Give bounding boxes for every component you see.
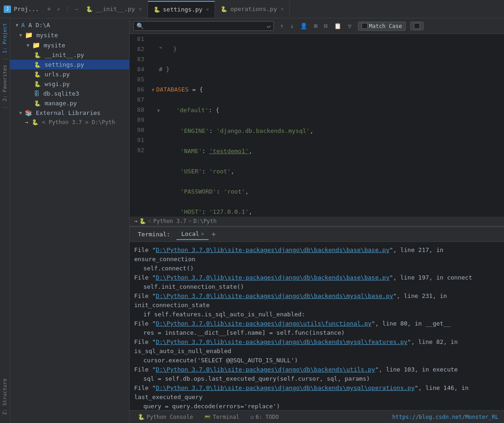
app-icon: J (4, 6, 11, 13)
new-terminal-btn[interactable]: + (211, 230, 216, 239)
term-line-6: if self.features.is_sql_auto_is_null_ena… (134, 310, 499, 319)
tab-settings-close[interactable]: ✕ (206, 6, 210, 12)
search-input[interactable] (146, 23, 265, 29)
terminal-btn[interactable]: 📟 Terminal (201, 413, 242, 421)
bc-sep2: > (188, 218, 192, 224)
target-icon[interactable]: ⊙ (45, 6, 53, 13)
strip-project[interactable]: 1: Project (1, 21, 9, 55)
title-bar-left: J Proj... ⊙ ↗ ⋮ — (4, 6, 80, 13)
manage-label: manage.py (45, 100, 77, 107)
sidebar-item-manage[interactable]: 🐍 manage.py (10, 98, 129, 108)
sidebar-mysite-outer[interactable]: ▼ 📁 mysite (10, 30, 129, 40)
sidebar-external-libs[interactable]: ▼ 📚 External Libraries (10, 108, 129, 118)
ln-84: 84 (130, 64, 144, 74)
sidebar-item-db[interactable]: 🗄 db.sqlite3 (10, 89, 129, 98)
ln-91: 91 (130, 135, 144, 145)
tab-operations-close[interactable]: ✕ (281, 6, 284, 12)
tab-init[interactable]: 🐍 __init__.py ✕ (80, 1, 148, 17)
bc-py-icon: 🐍 (139, 218, 146, 224)
term-line-11: File "D:\Python 3.7.0\lib\site-packages\… (134, 365, 499, 374)
funnel-icon[interactable]: ▽ (346, 22, 353, 30)
bc-sep1: < (148, 218, 151, 224)
sidebar-item-urls[interactable]: 🐍 urls.py (10, 69, 129, 79)
ext-libs-arrow: ▼ (19, 110, 22, 115)
tab-operations[interactable]: 🐍 operations.py ✕ (215, 1, 289, 17)
local-close[interactable]: ✕ (201, 231, 204, 237)
breadcrumb-bar: → 🐍 < Python 3.7 > D:\Pyth (130, 217, 504, 226)
clipboard-btn[interactable]: 📋 (332, 22, 343, 30)
term-line-9: File "D:\Python 3.7.0\lib\site-packages\… (134, 337, 499, 356)
title-bar: J Proj... ⊙ ↗ ⋮ — 🐍 __init__.py ✕ 🐍 sett… (0, 0, 504, 18)
strip-divider2 (2, 107, 8, 108)
enter-icon: ↵ (267, 23, 271, 29)
sidebar: ▼ A A D:\A ▼ 📁 mysite ▼ 📁 mysite (10, 18, 130, 423)
strip-structure[interactable]: Z: Structure (1, 377, 9, 417)
left-strip: 1: Project 2: Favorites Z: Structure (0, 18, 10, 423)
tab-operations-label: operations.py (230, 6, 277, 12)
minimize-icon[interactable]: — (73, 6, 80, 13)
ext-libs-label: External Libraries (36, 109, 101, 116)
add-filter-btn[interactable]: ⊞ (312, 22, 319, 30)
code-editor: 81 82 83 84 85 86 87 88 89 90 91 92 " } … (130, 34, 504, 217)
tab-init-close[interactable]: ✕ (139, 6, 142, 12)
term-line-5: File "D:\Python 3.7.0\lib\site-packages\… (134, 292, 499, 310)
code-line-87: 'USER': 'root', (152, 166, 504, 177)
sidebar-mysite-inner[interactable]: ▼ 📁 mysite (10, 40, 129, 50)
term-line-12: sql = self.db.ops.last_executed_query(se… (134, 374, 499, 383)
mysite-outer-arrow: ▼ (19, 33, 22, 38)
ln-90: 90 (130, 125, 144, 135)
word-match-button[interactable] (410, 22, 424, 30)
todo-icon: ☑ (250, 414, 254, 420)
urls-label: urls.py (45, 71, 70, 78)
sidebar-item-init[interactable]: 🐍 __init__.py (10, 50, 129, 60)
term-link-2[interactable]: D:\Python 3.7.0\lib\site-packages\django… (156, 274, 390, 281)
remove-filter-btn[interactable]: ⊟ (322, 22, 329, 30)
term-line-1: File "D:\Python 3.7.0\lib\site-packages\… (134, 246, 499, 264)
strip-favorites[interactable]: 2: Favorites (1, 63, 9, 103)
code-line-88: 'PASSWORD': 'root', (152, 187, 504, 197)
term-link-7[interactable]: D:\Python 3.7.0\lib\site-packages\django… (156, 384, 415, 391)
term-line-3: File "D:\Python 3.7.0\lib\site-packages\… (134, 273, 499, 282)
word-match-checkbox[interactable] (414, 23, 420, 29)
term-link-6[interactable]: D:\Python 3.7.0\lib\site-packages\django… (156, 366, 375, 373)
match-case-button[interactable]: Match Case (358, 22, 406, 31)
match-case-checkbox[interactable] (362, 23, 368, 29)
python-console-btn[interactable]: 🐍 Python Console (135, 413, 196, 421)
up-arrow-btn[interactable]: ↑ (278, 22, 286, 30)
tab-settings[interactable]: 🐍 settings.py ✕ (148, 1, 215, 17)
search-input-wrap[interactable]: 🔍 ↵ (133, 21, 274, 31)
down-arrow-btn[interactable]: ↓ (289, 22, 296, 30)
terminal-content: File "D:\Python 3.7.0\lib\site-packages\… (130, 242, 504, 410)
term-link-1[interactable]: D:\Python 3.7.0\lib\site-packages\django… (156, 246, 390, 253)
code-line-85: 'ENGINE': 'django.db.backends.mysql', (152, 126, 504, 136)
status-right: https://blog.csdn.net/Monster_RL (392, 414, 498, 420)
user-btn[interactable]: 👤 (298, 22, 309, 30)
sidebar-item-settings[interactable]: 🐍 settings.py (10, 60, 129, 69)
term-link-4[interactable]: D:\Python 3.7.0\lib\site-packages\django… (156, 320, 372, 327)
sidebar-item-wsgi[interactable]: 🐍 wsgi.py (10, 79, 129, 89)
ln-82: 82 (130, 44, 144, 54)
title-bar-project: Proj... (14, 6, 39, 12)
ln-87: 87 (130, 95, 144, 105)
code-line-86: 'NAME': 'testdemo1', (152, 146, 504, 156)
expand-icon[interactable]: ↗ (55, 6, 62, 13)
term-link-3[interactable]: D:\Python 3.7.0\lib\site-packages\django… (156, 292, 393, 299)
sidebar-python-bc[interactable]: → 🐍 < Python 3.7 > D:\Pyth (10, 118, 129, 127)
root-arrow: ▼ (16, 23, 18, 28)
csdn-link[interactable]: https://blog.csdn.net/Monster_RL (392, 414, 498, 420)
term-link-5[interactable]: D:\Python 3.7.0\lib\site-packages\django… (156, 338, 408, 345)
term-line-8: res = instance.__dict__[self.name] = sel… (134, 328, 499, 337)
term-line-2: self.connect() (134, 264, 499, 273)
ln-89: 89 (130, 115, 144, 125)
python-console-icon: 🐍 (138, 414, 145, 420)
search-actions: ↑ ↓ 👤 ⊞ ⊟ 📋 ▽ (278, 22, 353, 30)
mysite-outer-label: mysite (36, 32, 58, 39)
todo-btn[interactable]: ☑ 6: TODO (248, 413, 282, 421)
sidebar-root[interactable]: ▼ A A D:\A (10, 20, 129, 30)
ln-83: 83 (130, 54, 144, 64)
tab-local[interactable]: Local ✕ (176, 229, 209, 240)
code-line-82: # } (152, 64, 504, 74)
py-file-icon-init: 🐍 (34, 52, 41, 58)
menu-icon[interactable]: ⋮ (64, 6, 71, 13)
py-file-icon-urls: 🐍 (34, 71, 41, 78)
